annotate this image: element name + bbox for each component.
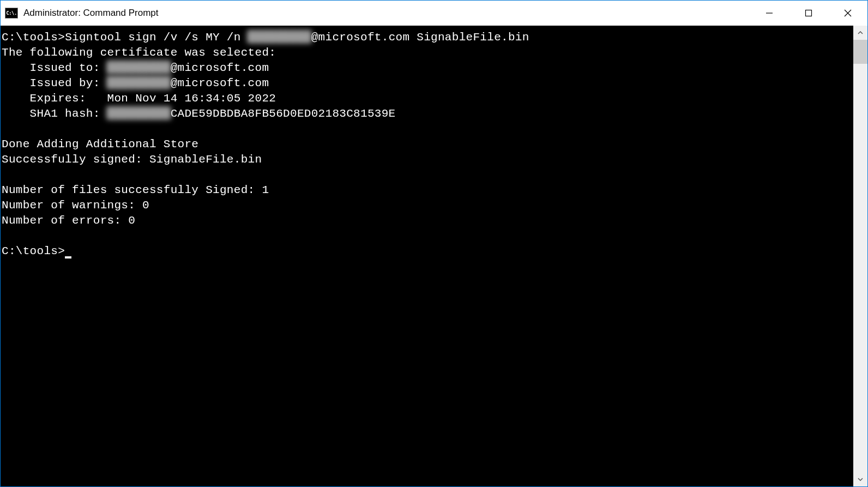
svg-rect-1 bbox=[806, 10, 812, 16]
title-bar: C:\. Administrator: Command Prompt bbox=[1, 1, 867, 26]
minimize-icon bbox=[765, 9, 773, 17]
terminal-area: C:\tools>Signtool sign /v /s MY /n █████… bbox=[1, 26, 867, 486]
cmd-icon: C:\. bbox=[5, 8, 18, 19]
redacted-issued-by: █████████ bbox=[107, 77, 171, 89]
output-line: Number of warnings: 0 bbox=[2, 198, 853, 213]
expires-label: Expires: bbox=[2, 92, 107, 105]
expires-value: Mon Nov 14 16:34:05 2022 bbox=[107, 92, 276, 105]
close-button[interactable] bbox=[828, 1, 867, 26]
scroll-track[interactable] bbox=[853, 40, 867, 472]
minimize-button[interactable] bbox=[750, 1, 789, 26]
maximize-button[interactable] bbox=[789, 1, 828, 26]
vertical-scrollbar[interactable] bbox=[853, 26, 867, 486]
close-icon bbox=[844, 9, 852, 17]
scroll-down-arrow[interactable] bbox=[853, 472, 867, 486]
scroll-thumb[interactable] bbox=[853, 40, 867, 64]
window-title: Administrator: Command Prompt bbox=[23, 8, 750, 19]
prompt: C:\tools> bbox=[2, 31, 65, 44]
window-controls bbox=[750, 1, 867, 26]
command-text: Signtool sign /v /s MY /n bbox=[65, 31, 248, 44]
terminal-output[interactable]: C:\tools>Signtool sign /v /s MY /n █████… bbox=[1, 26, 853, 486]
chevron-down-icon bbox=[858, 478, 863, 481]
redacted-name: █████████ bbox=[248, 31, 311, 44]
output-line: The following certificate was selected: bbox=[2, 45, 853, 61]
scroll-up-arrow[interactable] bbox=[853, 26, 867, 40]
issued-by-value: @microsoft.com bbox=[171, 77, 269, 89]
issued-to-value: @microsoft.com bbox=[171, 62, 269, 74]
command-text: @microsoft.com SignableFile.bin bbox=[311, 31, 529, 44]
output-line: Successfully signed: SignableFile.bin bbox=[2, 152, 853, 167]
maximize-icon bbox=[805, 9, 812, 17]
issued-to-label: Issued to: bbox=[2, 62, 107, 74]
redacted-issued-to: █████████ bbox=[107, 62, 171, 74]
sha1-label: SHA1 hash: bbox=[2, 107, 107, 120]
sha1-value: CADE59DBDBA8FB56D0ED02183C81539E bbox=[171, 107, 396, 120]
issued-by-label: Issued by: bbox=[2, 77, 107, 89]
redacted-sha1: █████████ bbox=[107, 107, 171, 120]
prompt: C:\tools> bbox=[2, 245, 65, 257]
chevron-up-icon bbox=[858, 31, 863, 34]
output-line: Number of files successfully Signed: 1 bbox=[2, 183, 853, 198]
output-line: Number of errors: 0 bbox=[2, 213, 853, 229]
output-line: Done Adding Additional Store bbox=[2, 137, 853, 152]
cursor bbox=[65, 256, 71, 258]
